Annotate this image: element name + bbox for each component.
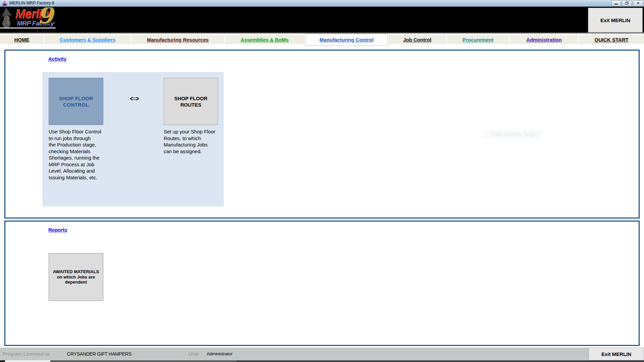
minimize-button[interactable] bbox=[611, 0, 621, 6]
app-window: MERLIN MRP Factory 8 ✕ Me bbox=[0, 0, 644, 362]
licensed-to-value: CRYSANDER GIFT HAMPERS bbox=[67, 348, 131, 360]
user-label: User bbox=[189, 348, 199, 360]
restore-icon bbox=[625, 1, 629, 5]
tab-procurement[interactable]: Procurement bbox=[447, 35, 509, 44]
tab-assemblies-boms[interactable]: Assemblies & BoMs bbox=[225, 35, 305, 44]
tab-manufacturing-resources[interactable]: Manufacturing Resources bbox=[131, 35, 224, 44]
tab-administration[interactable]: Administration bbox=[510, 35, 578, 44]
restore-button[interactable] bbox=[622, 0, 632, 6]
merlin-logo: Merlin MRP Factory 9 bbox=[0, 7, 56, 28]
exit-merlin-button-top[interactable]: Exit MERLIN bbox=[588, 8, 643, 33]
app-wizard-icon bbox=[2, 1, 7, 6]
reports-link[interactable]: Reports bbox=[48, 227, 67, 233]
reports-panel: Reports AWAITED MATERIALS on which Jobs … bbox=[4, 221, 640, 346]
licensed-to-label: Program Licensed to: bbox=[3, 348, 51, 360]
taskbar-edge-strip bbox=[0, 360, 644, 362]
fullscreen-snip-ghost-text: Full-screen Snip bbox=[484, 130, 542, 138]
user-value: Administrator bbox=[207, 348, 232, 360]
tab-job-control[interactable]: Job Control bbox=[388, 35, 446, 44]
shop-floor-group-box: SHOP FLOOR CONTROL ⇔ SHOP FLOOR ROUTES U… bbox=[42, 72, 224, 206]
activity-panel: Activity SHOP FLOOR CONTROL ⇔ SHOP FLOOR… bbox=[4, 50, 640, 219]
app-header: Merlin MRP Factory 9 Exit MERLIN bbox=[0, 7, 644, 34]
window-titlebar: MERLIN MRP Factory 8 ✕ bbox=[0, 0, 644, 7]
merlin-wizard-image bbox=[0, 7, 17, 28]
window-title: MERLIN MRP Factory 8 bbox=[9, 1, 54, 5]
tab-home[interactable]: HOME bbox=[0, 35, 44, 44]
status-footer: Program Licensed to: CRYSANDER GIFT HAMP… bbox=[0, 348, 644, 360]
shop-floor-control-description: Use Shop Floor Control to run jobs throu… bbox=[49, 128, 121, 181]
close-icon: ✕ bbox=[636, 1, 639, 5]
exit-merlin-button-bottom[interactable]: Exit MERLIN bbox=[589, 348, 644, 360]
activity-link[interactable]: Activity bbox=[48, 56, 66, 62]
double-arrow-icon: ⇔ bbox=[123, 88, 146, 106]
tab-quick-start[interactable]: QUICK START bbox=[579, 35, 644, 44]
awaited-materials-button[interactable]: AWAITED MATERIALS on which Jobs are depe… bbox=[49, 253, 103, 301]
minimize-icon bbox=[614, 4, 618, 5]
logo-version-number: 9 bbox=[38, 7, 53, 28]
close-button[interactable]: ✕ bbox=[633, 0, 643, 6]
shop-floor-routes-button[interactable]: SHOP FLOOR ROUTES bbox=[164, 78, 218, 125]
tab-customers-suppliers[interactable]: Customers & Suppliers bbox=[44, 35, 131, 44]
tab-manufacturing-control[interactable]: Manufacturing Control bbox=[305, 34, 388, 46]
shop-floor-routes-description: Set up your Shop Floor Routes, to which … bbox=[164, 128, 227, 155]
main-nav-tabs: HOME Customers & Suppliers Manufacturing… bbox=[0, 34, 644, 47]
shop-floor-control-button[interactable]: SHOP FLOOR CONTROL bbox=[49, 78, 103, 125]
